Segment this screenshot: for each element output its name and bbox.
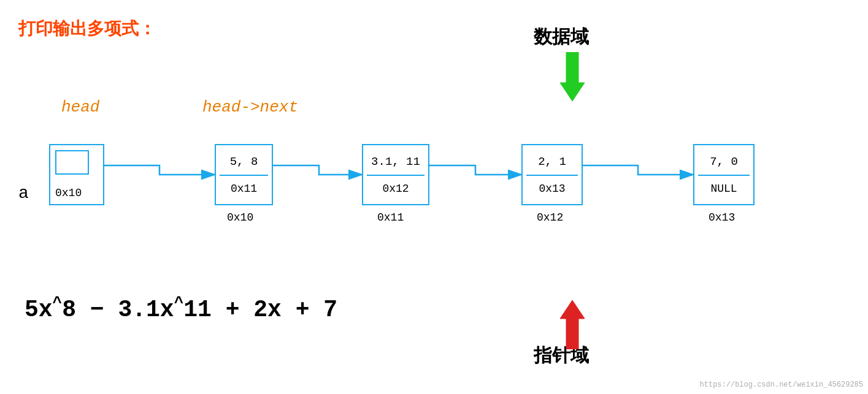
svg-marker-2 [560,300,585,349]
addr-node2: 0x11 [377,211,404,224]
node-1-ptr: 0x11 [220,177,268,200]
addr-node3: 0x12 [537,211,563,224]
node-head: 0x10 [49,144,104,205]
addr-node1: 0x10 [227,211,253,224]
node-2: 3.1, 11 0x12 [362,144,429,205]
node-head-inner [55,150,89,175]
data-domain-arrow [557,52,588,104]
node-4: 7, 0 NULL [693,144,755,205]
node-3-data: 2, 1 [526,149,578,176]
label-data-domain: 数据域 [534,25,589,50]
node-4-ptr: NULL [698,177,750,200]
main-container: 打印输出多项式： head head->next 数据域 指针域 a 0x10 [0,0,868,394]
addr-node4: 0x13 [709,211,735,224]
node-3: 2, 1 0x13 [521,144,583,205]
node-3-ptr: 0x13 [526,177,578,200]
label-head: head [61,98,99,116]
label-head-next: head->next [202,98,298,116]
node-2-data: 3.1, 11 [367,149,424,176]
node-4-data: 7, 0 [698,149,750,176]
node-1: 5, 8 0x11 [215,144,273,205]
node-1-data: 5, 8 [220,149,268,176]
formula: 5x^8 − 3.1x^11 + 2x + 7 [25,294,337,323]
node-2-ptr: 0x12 [367,177,424,200]
label-a: a [18,184,29,203]
node-head-addr: 0x10 [55,187,82,199]
svg-marker-1 [560,52,585,101]
watermark: https://blog.csdn.net/weixin_45629285 [700,381,863,389]
ptr-domain-arrow [557,300,588,352]
page-title: 打印输出多项式： [18,17,156,40]
